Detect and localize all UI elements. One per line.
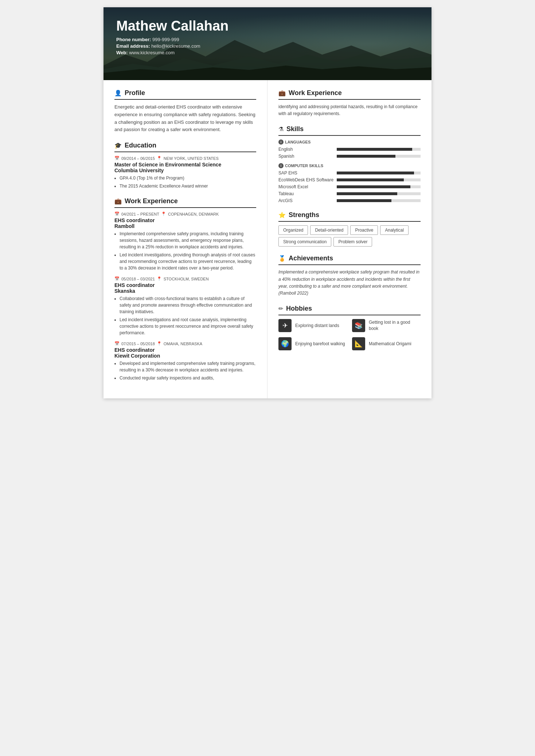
work-date-1: 04/2021 – PRESENT [121, 212, 159, 216]
work-continuation-text: identifying and addressing potential haz… [278, 103, 421, 117]
strengths-section-header: ⭐ Strengths [278, 211, 421, 222]
profile-section: 👤 Profile Energetic and detail-oriented … [114, 89, 256, 134]
work-bullets-1: Implemented comprehensive safety program… [114, 231, 256, 271]
achievements-section: 🏅 Achievements Implemented a comprehensi… [278, 255, 421, 297]
achievements-section-header: 🏅 Achievements [278, 255, 421, 265]
work-title-2: EHS coordinator [114, 282, 256, 288]
lang-english-name: English [278, 147, 337, 152]
work-entry-2: 📅 05/2018 – 03/2021 📍 STOCKHOLM, SWEDEN … [114, 276, 256, 336]
skill-sap-name: SAP EHS [278, 170, 337, 176]
skill-sap-bar-bg [337, 172, 421, 174]
header: Mathew Callahan Phone number: 999-999-99… [104, 7, 431, 80]
info-icon-comp: i [278, 163, 284, 168]
skill-tableau-name: Tableau [278, 191, 337, 196]
email-value: hello@kickresume.com [151, 43, 200, 49]
strength-tag-4: Analytical [380, 225, 408, 235]
hobbies-section: ✏ Hobbies ✈ Exploring distant lands 📚 Ge… [278, 305, 421, 350]
work-title-3: EHS coordinator [114, 347, 256, 353]
left-column: 👤 Profile Energetic and detail-oriented … [104, 80, 268, 398]
work-location-2: STOCKHOLM, SWEDEN [164, 277, 209, 281]
hobbies-section-header: ✏ Hobbies [278, 305, 421, 315]
work-date-3: 07/2015 – 05/2018 [121, 342, 155, 346]
work-bullet-3-1: Developed and implemented comprehensive … [120, 360, 256, 373]
skill-excel-name: Microsoft Excel [278, 184, 337, 189]
hobby-text-2: Getting lost in a good book [369, 319, 421, 332]
education-title: Education [125, 142, 156, 149]
profile-icon: 👤 [114, 90, 122, 97]
edu-bullet-1-1: GPA 4.0 (Top 1% of the Program) [120, 175, 256, 181]
hobby-icon-1: ✈ [278, 319, 292, 332]
strengths-section: ⭐ Strengths Organized Detail-oriented Pr… [278, 211, 421, 247]
work-meta-3: 📅 07/2015 – 05/2018 📍 OMAHA, NEBRASKA [114, 341, 256, 346]
location-icon-w1: 📍 [161, 212, 166, 216]
education-icon: 🎓 [114, 142, 122, 149]
work-org-2: Skanska [114, 288, 256, 294]
work-right-section-header: 💼 Work Experience [278, 89, 421, 100]
info-icon-lang: i [278, 139, 284, 145]
edu-meta-1: 📅 09/2014 – 06/2015 📍 NEW YORK, UNITED S… [114, 156, 256, 161]
location-icon: 📍 [157, 156, 162, 161]
hobby-icon-3: 🌍 [278, 337, 292, 350]
work-entry-1: 📅 04/2021 – PRESENT 📍 COPENHAGEN, DENMAR… [114, 212, 256, 271]
hobby-text-3: Enjoying barefoot walking [295, 341, 345, 347]
work-bullet-2-1: Collaborated with cross-functional teams… [120, 295, 256, 315]
work-org-3: Kiewit Corporation [114, 353, 256, 359]
hobby-item-3: 🌍 Enjoying barefoot walking [278, 337, 347, 350]
edu-degree-1: Master of Science in Environmental Scien… [114, 162, 256, 168]
resume-container: Mathew Callahan Phone number: 999-999-99… [104, 7, 431, 398]
computer-skills-subsection: i COMPUTER SKILLS SAP EHS EcoWebDesk EHS… [278, 163, 421, 203]
body: 👤 Profile Energetic and detail-oriented … [104, 80, 431, 398]
skill-arcgis-bar-bg [337, 199, 421, 202]
profile-text: Energetic and detail-oriented EHS coordi… [114, 103, 256, 134]
achievements-title: Achievements [289, 255, 333, 262]
work-right-icon: 💼 [278, 90, 286, 97]
work-right-title: Work Experience [289, 89, 342, 97]
edu-date-1: 09/2014 – 06/2015 [121, 156, 155, 161]
work-date-2: 05/2018 – 03/2021 [121, 277, 155, 281]
hobbies-title: Hobbies [286, 305, 312, 312]
lang-spanish-name: Spanish [278, 154, 337, 159]
calendar-icon-w3: 📅 [114, 341, 120, 346]
skills-section-header: ⚗ Skills [278, 125, 421, 136]
strengths-grid: Organized Detail-oriented Proactive Anal… [278, 225, 421, 247]
strength-tag-2: Detail-oriented [310, 225, 348, 235]
work-title-1: EHS coordinator [114, 217, 256, 223]
skill-arcgis-name: ArcGIS [278, 198, 337, 203]
work-bullets-2: Collaborated with cross-functional teams… [114, 295, 256, 336]
skill-excel: Microsoft Excel [278, 184, 421, 189]
languages-subsection: i LANGUAGES English Spanish [278, 139, 421, 159]
work-meta-1: 📅 04/2021 – PRESENT 📍 COPENHAGEN, DENMAR… [114, 212, 256, 216]
hobby-icon-4: 📐 [352, 337, 365, 350]
skill-excel-bar-bg [337, 185, 421, 188]
education-section-header: 🎓 Education [114, 142, 256, 152]
language-english: English [278, 147, 421, 152]
strength-tag-3: Proactive [350, 225, 378, 235]
work-bullet-3-2: Conducted regular safety inspections and… [120, 375, 256, 381]
work-experience-left-section: 💼 Work Experience 📅 04/2021 – PRESENT 📍 … [114, 197, 256, 381]
languages-label: i LANGUAGES [278, 139, 421, 145]
work-meta-2: 📅 05/2018 – 03/2021 📍 STOCKHOLM, SWEDEN [114, 276, 256, 281]
achievements-icon: 🏅 [278, 255, 286, 262]
edu-bullet-1-2: The 2015 Academic Excellence Award winne… [120, 183, 256, 189]
work-bullets-3: Developed and implemented comprehensive … [114, 360, 256, 381]
skills-icon: ⚗ [278, 126, 284, 133]
lang-spanish-bar-bg [337, 155, 421, 158]
skill-ecowebdesk-bar-bg [337, 178, 421, 181]
phone-line: Phone number: 999-999-999 [116, 37, 419, 42]
location-icon-w2: 📍 [157, 276, 162, 281]
edu-bullets-1: GPA 4.0 (Top 1% of the Program) The 2015… [114, 175, 256, 189]
computer-skills-label: i COMPUTER SKILLS [278, 163, 421, 168]
edu-location-1: NEW YORK, UNITED STATES [164, 156, 219, 161]
skills-section: ⚗ Skills i LANGUAGES English [278, 125, 421, 203]
lang-spanish-bar-fill [337, 155, 395, 158]
hobbies-grid: ✈ Exploring distant lands 📚 Getting lost… [278, 319, 421, 350]
candidate-name: Mathew Callahan [116, 18, 419, 34]
skill-arcgis: ArcGIS [278, 198, 421, 203]
skill-arcgis-bar-fill [337, 199, 391, 202]
calendar-icon-w1: 📅 [114, 212, 120, 216]
education-section: 🎓 Education 📅 09/2014 – 06/2015 📍 NEW YO… [114, 142, 256, 189]
work-bullet-2-2: Led incident investigations and root cau… [120, 316, 256, 336]
skill-tableau-bar-fill [337, 192, 397, 195]
skill-sap: SAP EHS [278, 170, 421, 176]
location-icon-w3: 📍 [157, 341, 162, 346]
